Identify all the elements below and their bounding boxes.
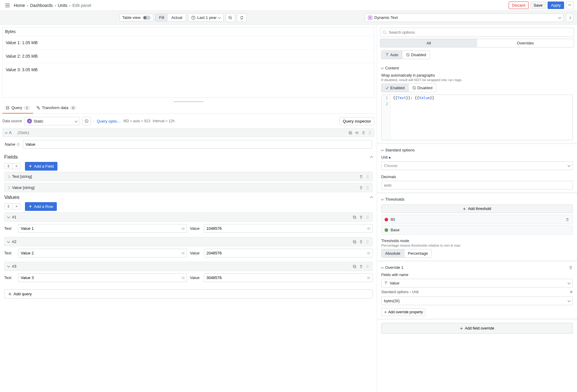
query-inspector-button[interactable]: Query inspector (339, 117, 374, 125)
decimals-input[interactable] (381, 181, 573, 190)
search-options-input[interactable] (380, 28, 574, 37)
query-name-input[interactable] (23, 140, 372, 149)
override-unit-picker[interactable]: bytes(SI) (381, 296, 573, 305)
delete-override-button[interactable] (569, 266, 573, 270)
percentage-option[interactable]: Percentage (404, 249, 432, 257)
drag-handle-icon[interactable] (366, 175, 369, 179)
wrap-disabled-option[interactable]: Disabled (408, 84, 436, 92)
panel-options-expand-button[interactable] (566, 13, 573, 22)
collapse-fields-button[interactable] (370, 155, 373, 160)
toggle-visibility-button[interactable] (355, 131, 359, 135)
wrap-enabled-option[interactable]: Enabled (382, 84, 408, 92)
delete-field-button[interactable] (359, 175, 363, 179)
add-field-button[interactable]: Add a Field (25, 162, 57, 171)
field-row[interactable]: Value [string] (4, 183, 373, 192)
eye-icon[interactable] (181, 251, 185, 255)
duplicate-row-button[interactable] (352, 240, 357, 244)
apply-button[interactable]: Apply (548, 2, 564, 9)
drag-handle-icon[interactable] (366, 215, 369, 219)
tab-transform[interactable]: Transform data 0 (33, 102, 79, 114)
table-view-toggle[interactable]: Table view (120, 14, 154, 21)
options-tab-all[interactable]: All (380, 39, 477, 47)
svg-rect-29 (354, 216, 356, 218)
svg-point-36 (183, 228, 183, 229)
eye-icon[interactable] (367, 276, 371, 280)
override-field-picker[interactable]: Value (381, 279, 573, 287)
drag-handle-icon[interactable] (366, 186, 369, 190)
thresholds-section-toggle[interactable]: Thresholds (381, 196, 573, 203)
field-row[interactable]: Text [string] (4, 172, 373, 181)
expand-all-values-button[interactable] (4, 203, 13, 209)
content-code-editor[interactable]: 1{{Text}}: {{Value}} 2 (381, 95, 573, 140)
value-row-header[interactable]: #2 (4, 237, 373, 246)
duplicate-query-button[interactable] (348, 131, 352, 135)
threshold-row[interactable]: Base (381, 225, 573, 235)
add-field-override-button[interactable]: Add field override (381, 323, 573, 334)
threshold-value[interactable]: 80 (391, 217, 395, 222)
discard-button[interactable]: Discard (509, 2, 529, 9)
drag-handle-icon[interactable] (366, 264, 369, 269)
datasource-picker[interactable]: ⚡ Static (24, 117, 80, 125)
value-col-label: Value (190, 226, 202, 231)
actual-option[interactable]: Actual (168, 14, 186, 21)
datasource-help-button[interactable] (82, 117, 91, 125)
delete-query-button[interactable] (361, 131, 366, 135)
duplicate-row-button[interactable] (352, 215, 357, 219)
delete-field-button[interactable] (359, 186, 363, 190)
disabled-option[interactable]: Disabled (402, 51, 430, 59)
eye-icon[interactable] (181, 226, 185, 231)
time-range-picker[interactable]: Last 1 year (188, 14, 224, 22)
add-query-button[interactable]: Add query (4, 289, 373, 299)
collapse-all-values-button[interactable] (13, 203, 21, 209)
remove-override-property-button[interactable]: ✕ (570, 290, 573, 294)
add-row-button[interactable]: Add a Row (25, 202, 57, 211)
threshold-color-dot[interactable] (385, 218, 388, 221)
delete-row-button[interactable] (359, 240, 363, 244)
refresh-button[interactable] (237, 14, 247, 22)
row-value-input[interactable] (204, 249, 373, 257)
content-section-toggle[interactable]: Content (381, 65, 573, 71)
breadcrumb-units[interactable]: Units (58, 3, 67, 8)
value-row-header[interactable]: #1 (4, 212, 373, 222)
panel-title[interactable]: Bytes (3, 27, 374, 36)
collapse-all-fields-button[interactable] (13, 163, 21, 169)
delete-row-button[interactable] (359, 264, 363, 269)
menu-toggle[interactable] (4, 2, 11, 9)
zoom-out-button[interactable] (226, 14, 235, 22)
save-button[interactable]: Save (530, 2, 546, 9)
eye-icon[interactable] (367, 251, 371, 255)
delete-row-button[interactable] (359, 215, 363, 219)
standard-options-toggle[interactable]: Standard options (381, 147, 573, 153)
query-row-header[interactable]: A (Static) (2, 128, 374, 137)
row-value-input[interactable] (204, 273, 373, 282)
unit-picker[interactable]: Choose (381, 161, 573, 170)
expand-all-fields-button[interactable] (4, 163, 13, 169)
breadcrumb-home[interactable]: Home (14, 3, 25, 8)
override-section-toggle[interactable]: Override 1 (381, 264, 404, 271)
row-text-input[interactable] (18, 249, 187, 257)
threshold-color-dot[interactable] (385, 228, 388, 232)
options-tab-overrides[interactable]: Overrides (477, 39, 574, 47)
delete-threshold-button[interactable] (565, 217, 569, 222)
collapse-options-button[interactable] (566, 1, 573, 9)
threshold-row[interactable]: 80 (381, 215, 573, 224)
visualization-picker[interactable]: T Dynamic Text (365, 14, 563, 22)
row-value-input[interactable] (204, 224, 373, 233)
add-threshold-button[interactable]: Add threshold (381, 205, 573, 213)
add-override-property-button[interactable]: Add override property (381, 308, 425, 316)
tab-query[interactable]: Query 1 (2, 102, 33, 114)
value-row-header[interactable]: #3 (4, 262, 373, 271)
breadcrumb-dashboards[interactable]: Dashboards (30, 3, 53, 8)
drag-handle-icon[interactable] (368, 131, 372, 135)
drag-handle-icon[interactable] (366, 240, 369, 244)
row-text-input[interactable] (18, 224, 187, 233)
absolute-option[interactable]: Absolute (382, 249, 404, 257)
eye-icon[interactable] (181, 276, 185, 280)
auto-option[interactable]: Auto (382, 51, 402, 59)
row-text-input[interactable] (18, 273, 187, 282)
collapse-values-button[interactable] (370, 195, 373, 200)
duplicate-row-button[interactable] (352, 264, 357, 269)
eye-icon[interactable] (367, 226, 371, 231)
query-options-link[interactable]: Query optio… (97, 119, 121, 123)
fill-option[interactable]: Fill (155, 14, 168, 21)
